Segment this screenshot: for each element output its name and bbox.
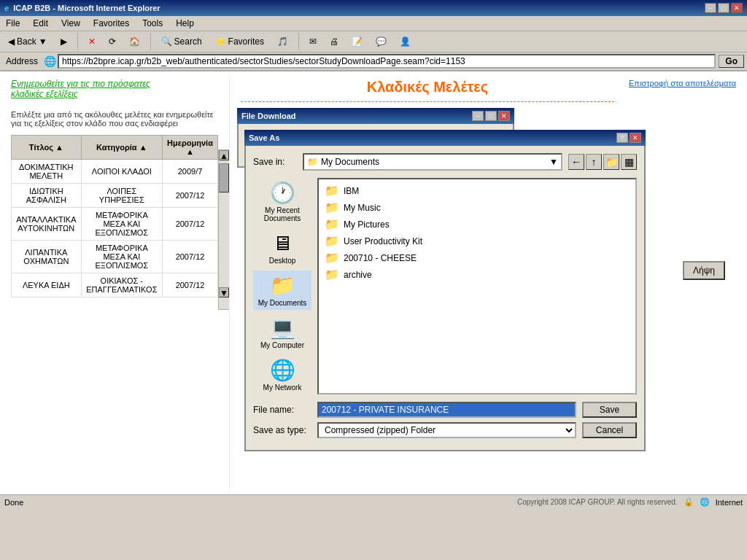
favorites-button[interactable]: ⭐ Favorites — [210, 34, 269, 49]
address-input[interactable] — [58, 54, 716, 69]
stop-icon: ✕ — [88, 36, 96, 47]
file-item-pictures[interactable]: 📁 My Pictures — [322, 216, 632, 233]
save-button[interactable]: Save — [582, 402, 637, 418]
sa-close[interactable]: ✕ — [630, 133, 641, 143]
nav-mydocs[interactable]: 📁 My Documents — [253, 271, 311, 310]
lyipsi-area: Λήψη — [683, 261, 725, 280]
cell-date: 2007/12 — [163, 208, 218, 241]
menu-file[interactable]: File — [3, 18, 23, 29]
file-item-archive[interactable]: 📁 archive — [322, 266, 632, 283]
menu-view[interactable]: View — [58, 18, 83, 29]
close-button[interactable]: ✕ — [731, 3, 743, 13]
menu-favorites[interactable]: Favorites — [90, 18, 132, 29]
scroll-thumb[interactable] — [219, 163, 229, 192]
back-icon: ◀ — [8, 36, 15, 47]
discuss-button[interactable]: 💬 — [371, 34, 392, 49]
sa-controls: ? ✕ — [616, 133, 641, 143]
window-title: ICAP B2B - Microsoft Internet Explorer — [13, 4, 160, 12]
table-scrollbar[interactable]: ▲ ▼ — [218, 149, 230, 310]
filetype-select[interactable]: Compressed (zipped) Folder — [317, 422, 576, 438]
refresh-button[interactable]: ⟳ — [104, 34, 121, 49]
new-folder-button[interactable]: 📁 — [603, 154, 619, 170]
table-row[interactable]: ΔΟΚΙΜΑΣΤΙΚΗ ΜΕΛΕΤΗ ΛΟΙΠΟΙ ΚΛΑΔΟΙ 2009/7 — [12, 160, 218, 184]
search-button[interactable]: 🔍 Search — [156, 34, 207, 49]
nav-desktop[interactable]: 🖥 Desktop — [253, 228, 311, 268]
folder-icon-upk: 📁 — [325, 234, 339, 248]
nav-recent[interactable]: 🕐 My Recent Documents — [253, 178, 311, 225]
minimize-button[interactable]: − — [705, 3, 716, 13]
col-title[interactable]: Τίτλος ▲ — [12, 136, 82, 160]
file-name-upk: User Productivity Kit — [344, 236, 422, 246]
up-folder-button[interactable]: ↑ — [586, 154, 602, 170]
fd-controls: − □ ✕ — [472, 111, 510, 121]
stop-button[interactable]: ✕ — [83, 34, 101, 49]
file-item-cheese[interactable]: 📁 200710 - CHEESE — [322, 249, 632, 266]
go-button[interactable]: Go — [719, 55, 744, 68]
file-item-upk[interactable]: 📁 User Productivity Kit — [322, 233, 632, 249]
recent-label: My Recent Documents — [256, 206, 309, 222]
sa-bottom-row: File name: Save Save as type: Compressed… — [253, 402, 637, 438]
lyipsi-button[interactable]: Λήψη — [683, 261, 725, 280]
cell-category: ΛΟΙΠΟΙ ΚΛΑΔΟΙ — [81, 160, 162, 184]
table-row[interactable]: ΛΙΠΑΝΤΙΚΑ ΟΧΗΜΑΤΩΝ ΜΕΤΑΦΟΡΙΚΑ ΜΕΣΑ ΚΑΙ Ε… — [12, 241, 218, 273]
print-button[interactable]: 🖨 — [325, 34, 344, 49]
desktop-label: Desktop — [269, 257, 296, 265]
zone-icon: 🌐 — [700, 497, 710, 507]
col-category[interactable]: Κατηγορία ▲ — [81, 136, 162, 160]
cell-title: ΛΙΠΑΝΤΙΚΑ ΟΧΗΜΑΤΩΝ — [12, 241, 82, 273]
title-bar-controls: − □ ✕ — [705, 3, 743, 13]
col-date[interactable]: Ημερομηνία ▲ — [163, 136, 218, 160]
mail-button[interactable]: ✉ — [304, 34, 322, 49]
menu-tools[interactable]: Tools — [139, 18, 166, 29]
forward-button[interactable]: ▶ — [55, 34, 72, 49]
nav-mycomputer[interactable]: 💻 My Computer — [253, 313, 311, 352]
views-button[interactable]: ▦ — [621, 154, 637, 170]
save-as-dialog: Save As ? ✕ Save in: 📁 My Documents ▼ ← … — [244, 130, 646, 451]
file-item-ibm[interactable]: 📁 IBM — [322, 182, 632, 199]
menu-help[interactable]: Help — [173, 18, 197, 29]
table-row[interactable]: ΛΕΥΚΑ ΕΙΔΗ ΟΙΚΙΑΚΟΣ - ΕΠΑΓΓΕΛΜΑΤΙΚΟΣ 200… — [12, 273, 218, 298]
scroll-up[interactable]: ▲ — [219, 150, 229, 160]
filename-input[interactable] — [317, 402, 576, 418]
media-button[interactable]: 🎵 — [272, 34, 293, 49]
folder-icon-ibm: 📁 — [325, 184, 339, 198]
menu-edit[interactable]: Edit — [30, 18, 51, 29]
maximize-button[interactable]: □ — [718, 3, 729, 13]
messenger-button[interactable]: 👤 — [395, 34, 416, 49]
search-icon: 🔍 — [161, 36, 172, 47]
mail-icon: ✉ — [309, 36, 317, 47]
fd-titlebar: File Download − □ ✕ — [237, 108, 514, 124]
sa-folder-select[interactable]: 📁 My Documents ▼ — [303, 153, 562, 171]
cancel-button[interactable]: Cancel — [582, 422, 637, 438]
sa-save-in-row: Save in: 📁 My Documents ▼ ← ↑ 📁 ▦ — [253, 153, 637, 171]
status-bar: Done Copyright 2008 ICAP GROUP. All righ… — [0, 494, 747, 509]
recent-icon: 🕐 — [270, 181, 295, 205]
back-link[interactable]: Επιστροφή στα αποτελέσματα — [629, 79, 736, 88]
file-item-music[interactable]: 📁 My Music — [322, 199, 632, 216]
nav-mynetwork[interactable]: 🌐 My Network — [253, 355, 311, 394]
folder-name: My Documents — [321, 157, 546, 167]
sa-file-list[interactable]: 📁 IBM 📁 My Music 📁 My Pictures 📁 User Pr… — [317, 178, 637, 394]
cell-title: ΔΟΚΙΜΑΣΤΙΚΗ ΜΕΛΕΤΗ — [12, 160, 82, 184]
sa-help[interactable]: ? — [616, 133, 628, 143]
folder-icon-cheese: 📁 — [325, 251, 339, 265]
back-button[interactable]: ◀ Back ▼ — [3, 34, 53, 49]
klados-link[interactable]: Ενημερωθείτε για τις πιο πρόσφατες κλαδι… — [11, 79, 218, 99]
back-folder-button[interactable]: ← — [568, 154, 584, 170]
cell-date: 2007/12 — [163, 273, 218, 298]
home-icon: 🏠 — [129, 36, 140, 47]
fd-maximize[interactable]: □ — [485, 111, 497, 121]
file-name-cheese: 200710 - CHEESE — [344, 253, 417, 263]
edit-button[interactable]: 📝 — [347, 34, 368, 49]
home-button[interactable]: 🏠 — [124, 34, 145, 49]
desktop-icon: 🖥 — [272, 231, 293, 255]
fd-minimize[interactable]: − — [472, 111, 484, 121]
table-row[interactable]: ΙΔΙΩΤΙΚΗ ΑΣΦΑΛΙΣΗ ΛΟΙΠΕΣ ΥΠΗΡΕΣΙΕΣ 2007/… — [12, 184, 218, 208]
cell-date: 2007/12 — [163, 241, 218, 273]
table-wrapper: Τίτλος ▲ Κατηγορία ▲ Ημερομηνία ▲ ΔΟΚΙΜΑ… — [11, 135, 218, 298]
table-row[interactable]: ΑΝΤΑΛΛΑΚΤΙΚΑ ΑΥΤΟΚΙΝΗΤΩΝ ΜΕΤΑΦΟΡΙΚΑ ΜΕΣΑ… — [12, 208, 218, 241]
fd-close[interactable]: ✕ — [498, 111, 510, 121]
mydocs-icon: 📁 — [270, 273, 295, 298]
scroll-down[interactable]: ▼ — [219, 287, 229, 298]
status-bar-right: Copyright 2008 ICAP GROUP. All rights re… — [517, 497, 743, 507]
